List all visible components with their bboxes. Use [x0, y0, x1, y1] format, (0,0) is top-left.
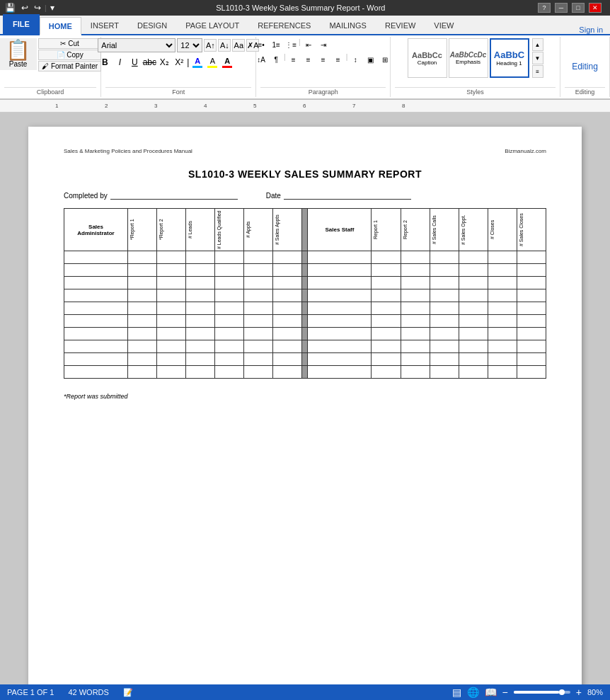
- style-item-heading1[interactable]: AaBbC Heading 1: [490, 38, 529, 78]
- style-more-button[interactable]: ≡: [532, 65, 543, 78]
- cell: [308, 328, 372, 340]
- cell: [430, 366, 459, 379]
- increase-font-button[interactable]: A↑: [204, 39, 217, 52]
- highlight-color-button[interactable]: A: [205, 55, 219, 69]
- text-effects-button[interactable]: A: [190, 55, 205, 69]
- zoom-in-button[interactable]: +: [576, 687, 582, 698]
- cell: [64, 328, 128, 340]
- line-spacing-button[interactable]: ↕: [348, 53, 362, 66]
- ribbon-tab-bar: FILE HOME INSERT DESIGN PAGE LAYOUT REFE…: [0, 16, 610, 35]
- cell: [273, 289, 302, 302]
- show-formatting-button[interactable]: ¶: [269, 53, 283, 66]
- sort-button[interactable]: ↕A: [254, 53, 268, 66]
- subscript-button[interactable]: X₂: [157, 55, 171, 69]
- tab-references[interactable]: REFERENCES: [248, 16, 320, 34]
- cell: [459, 366, 488, 379]
- cell: [488, 251, 517, 264]
- format-painter-button[interactable]: 🖌 Format Painter: [38, 61, 101, 71]
- sign-in-area[interactable]: Sign in: [572, 25, 610, 34]
- cell: [157, 340, 186, 353]
- increase-indent-button[interactable]: ⇥: [316, 38, 330, 51]
- decrease-indent-button[interactable]: ⇤: [301, 38, 316, 51]
- report1-header: *Report 1: [130, 210, 134, 249]
- bullets-button[interactable]: ≡•: [254, 38, 268, 51]
- cell: [401, 353, 430, 366]
- align-left-button[interactable]: ≡: [287, 53, 301, 66]
- cell: [273, 264, 302, 277]
- web-layout-button[interactable]: 🌐: [467, 687, 479, 698]
- minimize-button[interactable]: ─: [555, 3, 568, 13]
- cell: [308, 277, 372, 289]
- cell: [157, 328, 186, 340]
- justify-button[interactable]: ≡: [331, 53, 345, 66]
- zoom-out-button[interactable]: −: [502, 687, 508, 698]
- table-row: [64, 277, 546, 289]
- highlight-icon: A: [207, 57, 217, 68]
- ruler-3: 3: [154, 103, 157, 109]
- cut-button[interactable]: ✂ Cut: [38, 38, 101, 49]
- cell: [430, 328, 459, 340]
- font-color-button[interactable]: A: [220, 55, 234, 69]
- undo-button[interactable]: ↩: [19, 1, 30, 14]
- styles-group: AaBbCc Caption AaBbCcDc Emphasis AaBbC H…: [391, 37, 560, 97]
- close-button[interactable]: ✕: [589, 3, 602, 13]
- multilevel-list-button[interactable]: ⋮≡: [284, 38, 298, 51]
- copy-button[interactable]: 📄 Copy: [38, 50, 101, 60]
- tab-view[interactable]: VIEW: [425, 16, 463, 34]
- style-scroll-up-button[interactable]: ▲: [532, 38, 543, 51]
- report1-staff-header: Report 1: [373, 210, 378, 249]
- cell: [186, 264, 215, 277]
- maximize-button[interactable]: □: [572, 3, 585, 13]
- cell: [273, 251, 302, 264]
- change-case-button[interactable]: Aa: [232, 39, 245, 52]
- table-row: [64, 340, 546, 353]
- tab-file[interactable]: FILE: [3, 14, 40, 34]
- customize-quick-access-button[interactable]: ▾: [48, 1, 57, 14]
- strikethrough-button[interactable]: abc: [142, 55, 156, 69]
- read-mode-button[interactable]: 📖: [485, 687, 497, 698]
- th-sales-appts: # Sales Appts: [273, 209, 302, 251]
- font-name-select[interactable]: Arial: [98, 38, 175, 52]
- font-size-select[interactable]: 12: [177, 38, 202, 52]
- align-center-button[interactable]: ≡: [301, 53, 316, 66]
- cell: [128, 353, 157, 366]
- window-title: SL1010-3 Weekly Sales Summary Report - W…: [64, 4, 538, 12]
- cell: [128, 328, 157, 340]
- cell: [215, 302, 244, 315]
- tab-review[interactable]: REVIEW: [376, 16, 425, 34]
- shading-button[interactable]: ▣: [363, 53, 377, 66]
- underline-button[interactable]: U: [127, 55, 142, 69]
- view-layout-button[interactable]: ▤: [452, 687, 461, 698]
- tab-home[interactable]: HOME: [40, 17, 81, 35]
- tab-mailings[interactable]: MAILINGS: [320, 16, 376, 34]
- th-report2: *Report 2: [157, 209, 186, 251]
- tab-insert[interactable]: INSERT: [81, 16, 128, 34]
- style-item-emphasis[interactable]: AaBbCcDc Emphasis: [449, 38, 488, 78]
- cell: [517, 340, 546, 353]
- redo-button[interactable]: ↪: [32, 1, 43, 14]
- divider-cell: [302, 328, 308, 340]
- italic-button[interactable]: I: [113, 55, 127, 69]
- align-right-button[interactable]: ≡: [316, 53, 330, 66]
- cell: [273, 315, 302, 328]
- save-button[interactable]: 💾: [3, 1, 18, 14]
- zoom-slider[interactable]: [514, 691, 570, 694]
- page-header: Sales & Marketing Policies and Procedure…: [64, 148, 546, 154]
- tab-page-layout[interactable]: PAGE LAYOUT: [176, 16, 248, 34]
- cell: [244, 328, 273, 340]
- cell: [401, 289, 430, 302]
- tab-design[interactable]: DESIGN: [128, 16, 176, 34]
- header-left: Sales & Marketing Policies and Procedure…: [64, 148, 192, 154]
- style-item-caption[interactable]: AaBbCc Caption: [408, 38, 447, 78]
- style-scroll-down-button[interactable]: ▼: [532, 52, 543, 64]
- numbering-button[interactable]: 1≡: [269, 38, 283, 51]
- style-gallery: AaBbCc Caption AaBbCcDc Emphasis AaBbC H…: [408, 38, 529, 78]
- bold-button[interactable]: B: [98, 55, 112, 69]
- paste-button[interactable]: 📋 Paste: [0, 38, 37, 70]
- sales-appts-header: # Sales Appts: [275, 210, 280, 249]
- closes-header: # Closes: [490, 210, 495, 249]
- superscript-button[interactable]: X²: [172, 55, 186, 69]
- help-button[interactable]: ?: [538, 3, 551, 13]
- decrease-font-button[interactable]: A↓: [218, 39, 231, 52]
- cell: [488, 328, 517, 340]
